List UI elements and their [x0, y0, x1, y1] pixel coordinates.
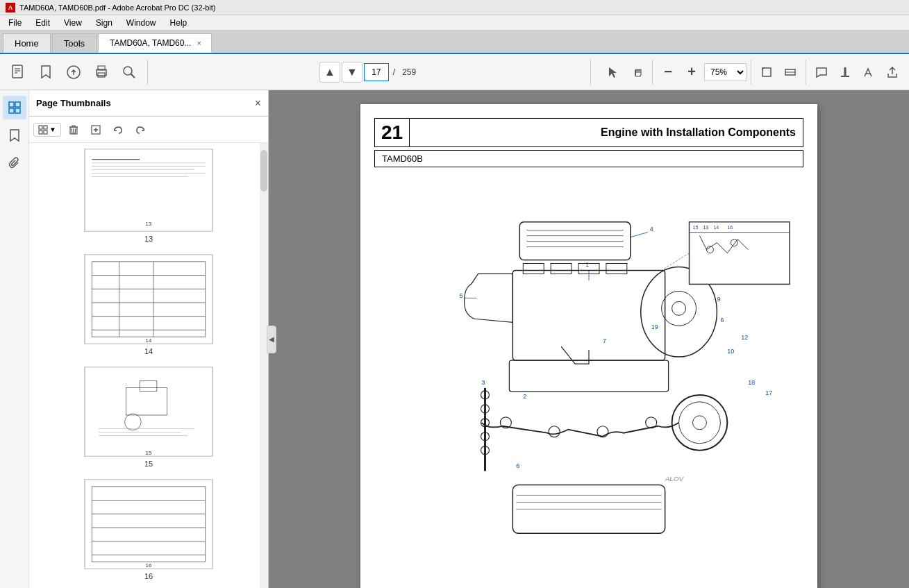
thumb-img-14: 14: [84, 254, 213, 344]
svg-text:6: 6: [516, 462, 519, 469]
delete-icon: [68, 124, 79, 135]
hand-tool-button[interactable]: [626, 61, 648, 83]
toolbar-separator-5: [806, 60, 806, 85]
menu-help[interactable]: Help: [165, 17, 193, 29]
svg-text:4: 4: [650, 226, 653, 233]
menu-sign[interactable]: Sign: [90, 17, 118, 29]
create-button[interactable]: [6, 58, 31, 86]
svg-rect-79: [551, 264, 572, 274]
thumbnail-page-15[interactable]: 15 15: [84, 367, 213, 468]
svg-point-101: [693, 416, 707, 430]
thumbnail-page-13[interactable]: 13 13: [84, 149, 213, 243]
zoom-select[interactable]: 75% 50% 100% 125% 150%: [704, 63, 747, 81]
svg-rect-39: [85, 255, 212, 344]
svg-line-90: [631, 233, 648, 237]
markup-button[interactable]: [858, 61, 880, 83]
tab-close-button[interactable]: ×: [197, 39, 201, 47]
fit-page-button[interactable]: [756, 61, 778, 83]
svg-point-96: [549, 426, 560, 437]
page-header: 21 Engine with Installation Components: [374, 118, 803, 147]
svg-rect-20: [15, 102, 20, 107]
tab-document[interactable]: TAMD60A, TAMD60... ×: [98, 33, 212, 53]
toolbar-separator-2: [590, 60, 591, 85]
fit-width-icon: [784, 66, 797, 78]
cursor-tool-button[interactable]: [602, 61, 624, 83]
svg-rect-57: [85, 480, 212, 569]
page-number-input[interactable]: [364, 63, 389, 81]
next-page-button[interactable]: ▼: [342, 62, 362, 83]
svg-text:14: 14: [146, 337, 152, 344]
scroll-track[interactable]: [260, 143, 268, 588]
svg-rect-23: [39, 126, 42, 129]
svg-rect-25: [39, 131, 42, 134]
menu-edit[interactable]: Edit: [30, 17, 56, 29]
toolbar-separator-4: [751, 60, 751, 85]
upload-button[interactable]: [61, 58, 86, 86]
fit-page-icon: [760, 66, 773, 78]
thumbnail-page-16[interactable]: 16 16: [84, 479, 213, 580]
svg-text:18: 18: [748, 379, 755, 386]
bookmark-button[interactable]: [33, 58, 58, 86]
comment-button[interactable]: [810, 61, 833, 83]
svg-point-99: [672, 395, 728, 451]
zoom-search-button[interactable]: [117, 58, 142, 86]
thumbnail-page-14[interactable]: 14 14: [84, 254, 213, 355]
hand-icon: [631, 66, 643, 78]
menu-window[interactable]: Window: [121, 17, 162, 29]
sidebar-bookmarks-button[interactable]: [3, 124, 26, 147]
print-button[interactable]: [89, 58, 114, 86]
panel-collapse-button[interactable]: ◀: [267, 326, 276, 353]
pdf-viewer: 21 Engine with Installation Components T…: [269, 90, 909, 588]
sidebar-thumbnails-button[interactable]: [3, 96, 26, 119]
highlight-button[interactable]: [834, 61, 856, 83]
svg-text:13: 13: [146, 221, 152, 227]
tab-home[interactable]: Home: [3, 33, 51, 53]
svg-text:16: 16: [727, 225, 733, 230]
bookmark-icon: [38, 65, 53, 80]
svg-rect-0: [12, 65, 22, 78]
svg-rect-7: [98, 73, 105, 77]
engine-diagram: 4 1: [374, 173, 803, 576]
zoom-in-button[interactable]: +: [681, 61, 703, 83]
right-tools-group: − + 75% 50% 100% 125% 150%: [602, 60, 903, 85]
tab-doc-label: TAMD60A, TAMD60...: [110, 38, 191, 48]
svg-rect-19: [9, 102, 14, 107]
total-pages: 259: [402, 67, 416, 77]
svg-text:15: 15: [693, 225, 699, 230]
undo-button[interactable]: [108, 120, 128, 140]
svg-text:16: 16: [146, 562, 152, 569]
panel-close-button[interactable]: ×: [255, 97, 261, 110]
tab-tools[interactable]: Tools: [52, 33, 97, 53]
scroll-thumb[interactable]: [260, 150, 267, 192]
share-button[interactable]: [881, 61, 903, 83]
svg-point-97: [597, 426, 608, 437]
thumbnails-icon: [8, 101, 22, 115]
thumb-label-14: 14: [144, 347, 153, 355]
svg-rect-81: [606, 264, 627, 274]
fit-width-button[interactable]: [779, 61, 801, 83]
upload-icon: [66, 65, 81, 80]
svg-text:13: 13: [703, 225, 708, 230]
redo-button[interactable]: [131, 120, 150, 140]
svg-rect-24: [44, 126, 47, 129]
menu-file[interactable]: File: [3, 17, 27, 29]
svg-rect-31: [85, 149, 212, 231]
view-options-icon: [38, 125, 48, 135]
svg-text:10: 10: [727, 348, 734, 355]
delete-pages-button[interactable]: [64, 120, 83, 140]
main-area: Page Thumbnails × ▼: [0, 90, 909, 588]
svg-point-83: [662, 291, 697, 326]
zoom-out-button[interactable]: −: [657, 61, 679, 83]
page-number-display: 21: [375, 119, 410, 146]
svg-text:7: 7: [603, 337, 606, 344]
sidebar-attachments-button[interactable]: [3, 151, 26, 175]
prev-page-button[interactable]: ▲: [319, 62, 340, 83]
svg-rect-22: [15, 108, 20, 113]
svg-text:15: 15: [146, 450, 152, 456]
svg-rect-111: [690, 222, 790, 285]
thumb-label-13: 13: [144, 235, 153, 243]
insert-pages-button[interactable]: [86, 120, 106, 140]
menu-view[interactable]: View: [58, 17, 87, 29]
view-options-dropdown[interactable]: ▼: [33, 123, 61, 137]
page-separator: /: [393, 67, 395, 77]
